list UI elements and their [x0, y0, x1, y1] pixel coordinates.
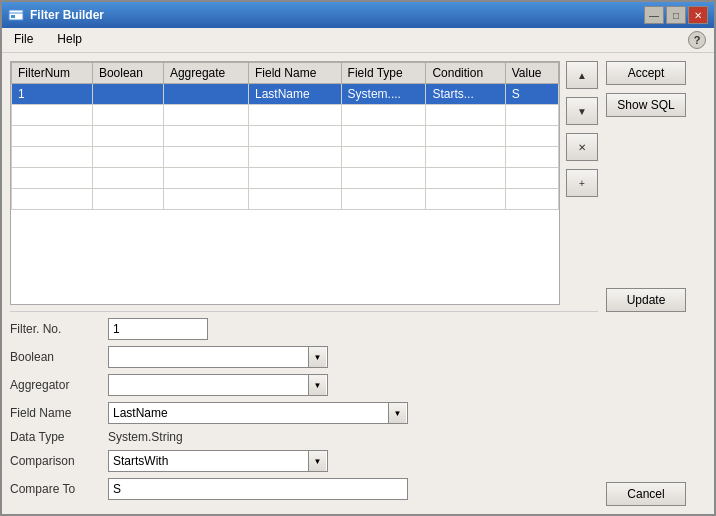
boolean-label: Boolean — [10, 350, 100, 364]
title-bar: Filter Builder — □ ✕ — [2, 2, 714, 28]
filter-table-inner: FilterNum Boolean Aggregate Field Name F… — [11, 62, 559, 210]
menu-bar: File Help ? — [2, 28, 714, 53]
delete-button[interactable]: ✕ — [566, 133, 598, 161]
aggregator-select[interactable]: COUNT SUM AVG — [108, 374, 328, 396]
data-type-row: Data Type System.String — [10, 430, 598, 444]
move-down-button[interactable]: ▼ — [566, 97, 598, 125]
table-header: FilterNum Boolean Aggregate Field Name F… — [12, 63, 559, 84]
boolean-select-wrapper: AND OR ▼ — [108, 346, 328, 368]
maximize-button[interactable]: □ — [666, 6, 686, 24]
boolean-select[interactable]: AND OR — [108, 346, 328, 368]
table-section: FilterNum Boolean Aggregate Field Name F… — [10, 61, 598, 305]
cell-condition: Starts... — [426, 84, 505, 105]
col-filternum: FilterNum — [12, 63, 93, 84]
table-row[interactable]: 1 LastName System.... Starts... S — [12, 84, 559, 105]
minimize-button[interactable]: — — [644, 6, 664, 24]
table-row[interactable] — [12, 168, 559, 189]
title-buttons: — □ ✕ — [644, 6, 708, 24]
menu-help[interactable]: Help — [53, 31, 86, 49]
update-button[interactable]: Update — [606, 288, 686, 312]
aggregator-row: Aggregator COUNT SUM AVG ▼ — [10, 374, 598, 396]
cell-filternum: 1 — [12, 84, 93, 105]
filter-no-input[interactable] — [108, 318, 208, 340]
menu-file[interactable]: File — [10, 31, 37, 49]
table-row[interactable] — [12, 126, 559, 147]
data-type-value: System.String — [108, 430, 183, 444]
filter-no-label: Filter. No. — [10, 322, 100, 336]
main-area: FilterNum Boolean Aggregate Field Name F… — [10, 61, 598, 506]
col-fieldname: Field Name — [249, 63, 342, 84]
svg-rect-2 — [11, 15, 15, 18]
compare-to-input[interactable] — [108, 478, 408, 500]
content-area: FilterNum Boolean Aggregate Field Name F… — [2, 53, 714, 514]
filter-table: FilterNum Boolean Aggregate Field Name F… — [10, 61, 560, 305]
cell-fieldname: LastName — [249, 84, 342, 105]
help-icon-button[interactable]: ? — [688, 31, 706, 49]
field-name-select-wrapper: LastName FirstName Email ▼ — [108, 402, 408, 424]
cell-aggregate — [163, 84, 248, 105]
comparison-select[interactable]: StartsWith EndsWith Contains Equals — [108, 450, 328, 472]
table-row[interactable] — [12, 105, 559, 126]
boolean-row: Boolean AND OR ▼ — [10, 346, 598, 368]
show-sql-button[interactable]: Show SQL — [606, 93, 686, 117]
comparison-row: Comparison StartsWith EndsWith Contains … — [10, 450, 598, 472]
col-condition: Condition — [426, 63, 505, 84]
title-bar-left: Filter Builder — [8, 7, 104, 23]
right-panel: AcceptShow SQLUpdateCancel — [606, 61, 706, 506]
filter-no-row: Filter. No. — [10, 318, 598, 340]
table-row[interactable] — [12, 147, 559, 168]
col-value: Value — [505, 63, 558, 84]
data-type-label: Data Type — [10, 430, 100, 444]
aggregator-select-wrapper: COUNT SUM AVG ▼ — [108, 374, 328, 396]
filter-builder-window: Filter Builder — □ ✕ File Help ? FilterN… — [0, 0, 716, 516]
cell-boolean — [92, 84, 163, 105]
aggregator-label: Aggregator — [10, 378, 100, 392]
compare-to-label: Compare To — [10, 482, 100, 496]
field-name-select[interactable]: LastName FirstName Email — [108, 402, 408, 424]
field-name-row: Field Name LastName FirstName Email ▼ — [10, 402, 598, 424]
compare-to-row: Compare To — [10, 478, 598, 500]
field-name-label: Field Name — [10, 406, 100, 420]
add-button[interactable]: + — [566, 169, 598, 197]
table-body: 1 LastName System.... Starts... S — [12, 84, 559, 210]
comparison-select-wrapper: StartsWith EndsWith Contains Equals ▼ — [108, 450, 328, 472]
form-area: Filter. No. Boolean AND OR ▼ — [10, 311, 598, 506]
cancel-button[interactable]: Cancel — [606, 482, 686, 506]
cell-value: S — [505, 84, 558, 105]
close-button[interactable]: ✕ — [688, 6, 708, 24]
col-fieldtype: Field Type — [341, 63, 426, 84]
col-aggregate: Aggregate — [163, 63, 248, 84]
side-buttons: ▲ ▼ ✕ + — [566, 61, 598, 305]
col-boolean: Boolean — [92, 63, 163, 84]
accept-button[interactable]: Accept — [606, 61, 686, 85]
move-up-button[interactable]: ▲ — [566, 61, 598, 89]
window-title: Filter Builder — [30, 8, 104, 22]
table-row[interactable] — [12, 189, 559, 210]
window-icon — [8, 7, 24, 23]
cell-fieldtype: System.... — [341, 84, 426, 105]
comparison-label: Comparison — [10, 454, 100, 468]
